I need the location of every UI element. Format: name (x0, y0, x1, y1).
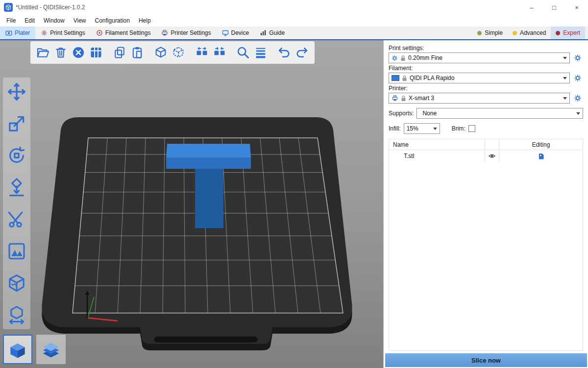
rotate-icon (7, 146, 26, 165)
menu-configuration[interactable]: Configuration (91, 17, 134, 24)
bed-handle-notch (154, 337, 257, 342)
undo-button[interactable] (275, 43, 293, 62)
dropdown-caret-icon (433, 128, 437, 130)
search-button[interactable] (234, 43, 252, 62)
move-tool-button[interactable] (5, 80, 28, 103)
menu-file[interactable]: File (2, 17, 20, 24)
redo-button[interactable] (293, 43, 311, 62)
print-bed-scene (0, 40, 383, 368)
mode-advanced[interactable]: Advanced (508, 26, 551, 39)
variable-layer-height-button[interactable] (252, 43, 270, 62)
brim-label: Brim: (452, 125, 466, 132)
device-icon (222, 29, 229, 36)
tab-guide[interactable]: Guide (254, 26, 290, 39)
menu-bar: File Edit Window View Configuration Help (0, 15, 588, 26)
open-folder-icon (36, 46, 50, 59)
filament-settings-icon (96, 29, 103, 36)
add-instance-button[interactable] (152, 43, 170, 62)
open-project-button[interactable] (34, 43, 52, 62)
arrange-button[interactable] (87, 43, 105, 62)
print-settings-gear-button[interactable] (572, 53, 583, 63)
menu-help[interactable]: Help (134, 17, 155, 24)
menu-view[interactable]: View (69, 17, 91, 24)
dropdown-caret-icon (563, 97, 567, 100)
maximize-button[interactable]: □ (543, 0, 565, 15)
slice-now-button[interactable]: Slice now (385, 353, 587, 367)
filament-label: Filament: (389, 65, 583, 72)
tab-printer-settings[interactable]: Printer Settings (156, 26, 216, 39)
edit-object-icon[interactable] (538, 153, 545, 160)
copy-button[interactable] (111, 43, 128, 62)
printer-gear-button[interactable] (572, 93, 583, 104)
lock-icon (402, 75, 407, 81)
tab-plater[interactable]: Plater (0, 26, 35, 39)
top-toolbar (30, 41, 315, 64)
seam-cube-icon (7, 273, 26, 293)
gear-icon (574, 94, 582, 102)
cut-tool-button[interactable] (5, 208, 28, 231)
seam-tool-button[interactable] (5, 272, 28, 294)
paint-support-tool-button[interactable] (5, 240, 28, 263)
printer-value: X-smart 3 (409, 95, 559, 102)
tab-print-settings[interactable]: Print Settings (35, 26, 90, 39)
printer-combo[interactable]: X-smart 3 (389, 93, 570, 104)
undo-arrow-icon (277, 46, 291, 59)
supports-combo[interactable]: None (416, 108, 583, 119)
lock-icon (400, 55, 406, 61)
title-bar: *Untitled - QIDISlicer-1.0.2 – □ × (0, 0, 588, 15)
measure-tool-button[interactable] (5, 304, 28, 326)
3d-viewport[interactable] (0, 40, 383, 368)
supports-value: None (419, 110, 572, 117)
tab-bar: Plater Print Settings Filament Settings … (0, 26, 588, 40)
measure-icon (7, 305, 26, 325)
filament-gear-button[interactable] (572, 73, 583, 83)
printer-icon (392, 95, 398, 102)
preview-layers-view-button[interactable] (36, 335, 66, 364)
brim-checkbox[interactable] (468, 125, 475, 132)
infill-combo[interactable]: 15% (404, 123, 440, 134)
visibility-eye-icon[interactable] (488, 152, 496, 160)
move-icon (7, 82, 26, 102)
paint-support-icon (7, 241, 26, 261)
print-settings-icon (41, 29, 48, 36)
layers-stack-icon (40, 338, 62, 361)
split-to-parts-button[interactable] (211, 43, 228, 62)
split-parts-icon (213, 46, 226, 59)
app-icon (4, 3, 13, 12)
object-row[interactable]: T.stl (389, 150, 583, 162)
add-instance-cube-icon (154, 46, 168, 59)
split-to-objects-button[interactable] (193, 43, 211, 62)
dropdown-caret-icon (563, 77, 567, 79)
copy-icon (113, 46, 126, 59)
object-name: T.stl (389, 153, 485, 159)
infill-value: 15% (407, 125, 429, 132)
remove-instance-button[interactable] (170, 43, 187, 62)
3d-view-cube-icon (7, 339, 28, 360)
simple-mode-dot-icon (477, 31, 482, 35)
menu-window[interactable]: Window (39, 17, 69, 24)
place-on-face-icon (7, 178, 26, 197)
tab-filament-settings[interactable]: Filament Settings (91, 26, 156, 39)
delete-button[interactable] (52, 43, 70, 62)
rotate-tool-button[interactable] (5, 144, 28, 167)
editing-column-header: Editing (499, 139, 583, 150)
mode-switcher: Simple Advanced Expert (472, 26, 585, 39)
tab-device[interactable]: Device (217, 26, 255, 39)
menu-edit[interactable]: Edit (20, 17, 39, 24)
gear-icon (574, 54, 582, 62)
minimize-button[interactable]: – (520, 0, 543, 15)
filament-combo[interactable]: QIDI PLA Rapido (389, 73, 570, 83)
supports-label: Supports: (389, 110, 414, 117)
paste-icon (130, 46, 144, 59)
print-settings-combo[interactable]: 0.20mm Fine (389, 53, 570, 63)
place-on-face-tool-button[interactable] (5, 176, 28, 199)
mode-expert[interactable]: Expert (551, 26, 585, 39)
3d-editor-view-button[interactable] (3, 335, 32, 364)
delete-all-button[interactable] (70, 43, 87, 62)
mode-simple[interactable]: Simple (472, 26, 508, 39)
printer-settings-icon (161, 29, 168, 36)
scale-tool-button[interactable] (5, 112, 28, 135)
close-button[interactable]: × (565, 0, 588, 15)
search-icon (236, 46, 250, 59)
paste-button[interactable] (128, 43, 146, 62)
